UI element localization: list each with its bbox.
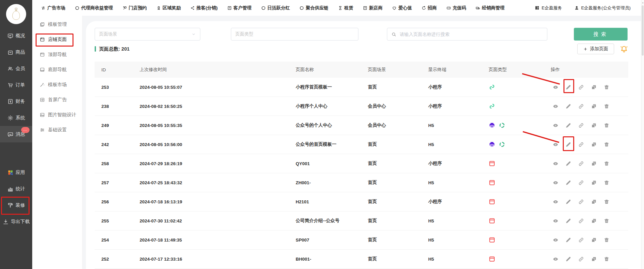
cell-id: 249 [101, 123, 140, 128]
submenu-item-bottomnav[interactable]: 底部导航 [32, 62, 82, 77]
topnav-item[interactable]: 日活跃分红 [261, 5, 290, 11]
preview-eye-icon[interactable] [553, 180, 558, 186]
copy-icon[interactable] [591, 199, 597, 205]
delete-trash-icon[interactable] [604, 84, 609, 90]
sidebar-item-goods[interactable]: 商品 [0, 44, 32, 60]
link-icon[interactable] [578, 199, 584, 205]
copy-icon[interactable] [591, 104, 597, 109]
sidebar-item-order[interactable]: 订单 [0, 77, 32, 93]
account-menu-item[interactable]: E企盈服务(公众号管理员) [574, 5, 631, 11]
preview-eye-icon[interactable] [553, 199, 558, 205]
topnav-item[interactable]: 推客(分销) [190, 5, 218, 11]
link-icon[interactable] [578, 180, 584, 186]
edit-pencil-icon[interactable] [565, 142, 571, 147]
submenu-item-magic[interactable]: 模板市场 [32, 77, 82, 92]
search-input[interactable] [399, 31, 543, 37]
copy-icon[interactable] [591, 161, 597, 166]
preview-eye-icon[interactable] [553, 84, 558, 90]
copy-icon[interactable] [591, 142, 597, 147]
delete-trash-icon[interactable] [604, 237, 609, 243]
submenu-item-settings2[interactable]: 基础设置 [32, 122, 82, 137]
scrollbar-thumb[interactable] [642, 5, 644, 56]
topnav-item[interactable]: 充值码 [446, 5, 466, 11]
sidebar-item-stats[interactable]: 统计 [0, 181, 32, 197]
topnav-item[interactable]: 门店预约 [122, 5, 147, 11]
alarm-bell-icon[interactable] [620, 45, 628, 53]
copy-icon[interactable] [591, 84, 597, 90]
link-icon[interactable] [578, 123, 584, 128]
sidebar-item-label: 统计 [16, 186, 25, 192]
submenu-item-shoppage[interactable]: 店铺页面 [32, 32, 82, 47]
link-icon[interactable] [578, 256, 584, 262]
search-button[interactable]: 搜索 [574, 28, 628, 41]
topnav-item[interactable]: 广告市场 [41, 5, 65, 11]
delete-trash-icon[interactable] [604, 104, 609, 109]
edit-pencil-icon[interactable] [565, 84, 571, 90]
page-type-select[interactable]: 页面类型 [231, 28, 358, 41]
delete-trash-icon[interactable] [604, 199, 609, 205]
link-icon[interactable] [578, 161, 584, 166]
edit-pencil-icon[interactable] [565, 123, 571, 128]
edit-pencil-icon[interactable] [565, 237, 571, 243]
link-icon[interactable] [578, 237, 584, 243]
preview-eye-icon[interactable] [553, 104, 558, 109]
delete-trash-icon[interactable] [604, 142, 609, 147]
copy-icon[interactable] [591, 237, 597, 243]
delete-trash-icon[interactable] [604, 256, 609, 262]
cell-modified-time: 2024-08-05 10:55:35 [140, 123, 296, 128]
topnav-item[interactable]: 代理商收益管理 [75, 5, 113, 11]
topnav-item[interactable]: 客户管理 [227, 5, 252, 11]
submenu-item-topnav[interactable]: 顶部导航 [32, 47, 82, 62]
delete-trash-icon[interactable] [604, 161, 609, 166]
sidebar-item-message[interactable]: 消息 ... [0, 126, 32, 142]
sidebar-item-download[interactable]: 导出下载 [0, 213, 32, 230]
delete-trash-icon[interactable] [604, 218, 609, 224]
preview-eye-icon[interactable] [553, 123, 558, 128]
copy-icon[interactable] [591, 218, 597, 224]
copy-icon[interactable] [591, 256, 597, 262]
sidebar-item-finance[interactable]: 财务 [0, 93, 32, 110]
edit-pencil-icon[interactable] [565, 199, 571, 205]
add-page-button[interactable]: 添加页面 [577, 44, 614, 54]
sidebar-item-roller[interactable]: 装修 [0, 197, 32, 213]
edit-pencil-icon[interactable] [565, 180, 571, 186]
topnav-item[interactable]: 区域奖励 [156, 5, 181, 11]
topnav-item[interactable]: 新店商 [363, 5, 383, 11]
link-icon[interactable] [578, 104, 584, 109]
preview-eye-icon[interactable] [553, 237, 558, 243]
sidebar-item-overview[interactable]: 概况 [0, 27, 32, 44]
edit-pencil-icon[interactable] [565, 104, 571, 109]
topnav-item[interactable]: 聚合供应链 [299, 5, 329, 11]
scroll-up-arrow[interactable]: ▲ [642, 1, 644, 4]
link-icon[interactable] [578, 218, 584, 224]
edit-pencil-icon[interactable] [565, 161, 571, 166]
delete-trash-icon[interactable] [604, 180, 609, 186]
submenu-item-adbox[interactable]: 首屏广告 [32, 92, 82, 107]
preview-eye-icon[interactable] [553, 256, 558, 262]
topnav-item[interactable]: 招商 [422, 5, 437, 11]
sidebar-item-member[interactable]: 会员 [0, 60, 32, 77]
topnav-item[interactable]: 爱心值 [392, 5, 412, 11]
preview-eye-icon[interactable] [553, 218, 558, 224]
meta-row: 页面总数: 201 添加页面 [95, 43, 628, 55]
edit-pencil-icon[interactable] [565, 218, 571, 224]
page-scene-select[interactable]: 页面场景 [95, 28, 200, 41]
link-icon[interactable] [578, 84, 584, 90]
account-menu-item[interactable]: E企盈服务 [535, 5, 562, 11]
sidebar-item-apps[interactable]: 应用 [0, 164, 32, 181]
copy-icon[interactable] [591, 123, 597, 128]
preview-eye-icon[interactable] [553, 161, 558, 166]
edit-pencil-icon[interactable] [565, 256, 571, 262]
page-scrollbar[interactable]: ▲ [641, 0, 644, 269]
sidebar-item-system[interactable]: 系统 [0, 110, 32, 126]
submenu-item-template[interactable]: 模板管理 [32, 17, 82, 32]
topnav-item[interactable]: 租赁 [338, 5, 353, 11]
cell-operations [551, 237, 628, 243]
link-icon[interactable] [578, 142, 584, 147]
copy-icon[interactable] [591, 180, 597, 186]
topnav-item[interactable]: 经销商管理 [476, 5, 505, 11]
preview-eye-icon[interactable] [553, 142, 558, 147]
submenu-item-image[interactable]: 图片智能设计 [32, 107, 82, 122]
avatar[interactable] [6, 4, 26, 24]
delete-trash-icon[interactable] [604, 123, 609, 128]
